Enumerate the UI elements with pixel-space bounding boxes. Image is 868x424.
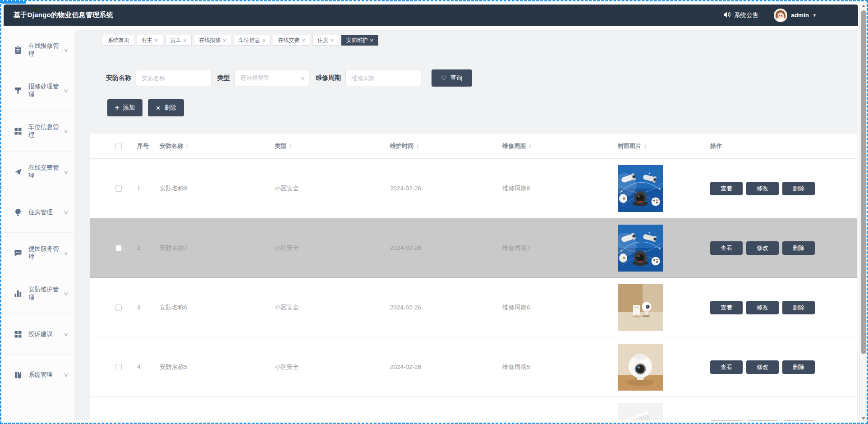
scroll-down-button[interactable] [860, 415, 867, 422]
edit-button[interactable]: 修改 [746, 301, 779, 314]
delete-row-button[interactable]: 删除 [782, 241, 815, 255]
scrollbar-thumb[interactable] [861, 10, 866, 354]
cover-image[interactable] [618, 403, 663, 421]
sort-icon[interactable]: ▲ ▼ [644, 144, 647, 148]
tab[interactable]: 安防维护 × [341, 35, 379, 46]
toolbar: + 添加 ✕ 删除 [107, 99, 858, 116]
sidebar-item[interactable]: 投诉建议 ∨ [4, 314, 74, 355]
sort-icon[interactable]: ▲ ▼ [186, 144, 188, 148]
cell-repair-cycle: 维修周期5 [502, 363, 618, 371]
cover-image[interactable] [618, 344, 663, 391]
add-button[interactable]: + 添加 [107, 99, 142, 116]
sidebar-item[interactable]: 便民服务管理 ∨ [4, 233, 74, 273]
column-header[interactable]: 安防名称 ▲ ▼ [160, 142, 275, 150]
close-icon[interactable]: × [262, 37, 266, 43]
delete-row-button[interactable]: 删除 [782, 301, 815, 314]
sidebar-item[interactable]: 在线交费管理 ∨ [4, 152, 74, 192]
tab-label: 员工 [170, 37, 181, 44]
cycle-input[interactable] [345, 70, 421, 86]
close-icon[interactable]: × [155, 37, 158, 43]
tab[interactable]: 员工 × [165, 35, 192, 46]
tab[interactable]: 业主 × [137, 35, 163, 46]
delete-row-button[interactable]: 删除 [782, 182, 815, 195]
column-header[interactable]: 序号 ▲ ▼ [137, 142, 160, 150]
row-checkbox-cell [90, 304, 137, 311]
book-icon [14, 370, 23, 379]
sidebar-item[interactable]: 系统管理 ∨ [4, 355, 74, 395]
cell-actions: 查看 修改 删除 [710, 301, 857, 314]
row-checkbox[interactable] [115, 364, 122, 370]
cell-cover [618, 403, 710, 421]
delete-row-button[interactable]: 删除 [782, 360, 815, 374]
announcement-button[interactable]: 系统公告 [723, 11, 758, 19]
sidebar-item[interactable]: 安防维护管理 ∨ [4, 273, 74, 314]
close-icon[interactable]: × [331, 37, 334, 43]
sort-icon[interactable]: ▲ ▼ [528, 144, 531, 148]
sidebar-item[interactable]: 报修处理管理 ∨ [4, 70, 74, 111]
cover-image[interactable] [618, 284, 663, 331]
view-button[interactable]: 查看 [710, 360, 743, 374]
close-icon[interactable]: × [370, 37, 374, 43]
tab[interactable]: 车位信息 × [234, 35, 271, 46]
sidebar-item[interactable]: 住房管理 ∨ [4, 192, 74, 233]
edit-button[interactable]: 修改 [746, 360, 779, 374]
tab-label: 业主 [142, 37, 152, 44]
close-icon[interactable]: × [223, 37, 226, 43]
security-name-input[interactable] [136, 70, 211, 86]
search-bar: 安防名称 类型 请选择类型 ∨ 维修周期 ♡ 查询 [106, 69, 858, 87]
view-button[interactable]: 查看 [710, 241, 743, 255]
select-all-checkbox[interactable] [115, 143, 122, 149]
edit-button[interactable]: 修改 [746, 241, 779, 255]
view-button[interactable]: 查看 [710, 182, 743, 195]
brush-icon [14, 86, 23, 95]
chevron-down-icon: ∨ [300, 75, 305, 81]
edit-button[interactable]: 修改 [746, 420, 779, 421]
delete-button[interactable]: ✕ 删除 [148, 99, 184, 116]
chevron-down-icon: ∨ [63, 88, 69, 94]
app-window: 基于Django的物业信息管理系统 系统公告 admin ▼ 在线报修管理 ∨ [0, 0, 868, 424]
cover-image[interactable] [618, 165, 663, 212]
sidebar-item[interactable]: 在线报修管理 ∨ [4, 30, 74, 70]
cover-image[interactable] [618, 225, 663, 272]
sort-icon[interactable]: ▲ ▼ [416, 144, 419, 148]
edit-button[interactable]: 修改 [746, 182, 779, 195]
type-select[interactable]: 请选择类型 ∨ [234, 70, 309, 86]
column-header[interactable]: 维护时间 ▲ ▼ [390, 142, 502, 150]
row-checkbox[interactable] [115, 304, 122, 311]
sidebar-item-label: 车位信息管理 [28, 123, 64, 139]
tab[interactable]: 系统首页 × [103, 35, 134, 46]
sidebar-item-label: 住房管理 [28, 208, 64, 217]
delete-row-button[interactable]: 删除 [782, 420, 815, 421]
query-button[interactable]: ♡ 查询 [432, 69, 472, 87]
table-row: 5 安防名称4 小区安全 2024-02-26 维修周期4 查看 修改 删除 [90, 397, 857, 420]
close-icon[interactable]: × [302, 37, 305, 43]
tab[interactable]: 在线交费 × [273, 35, 310, 46]
cell-type: 小区安全 [275, 184, 390, 193]
table-row: 3 安防名称6 小区安全 2024-02-26 维修周期6 查看 修改 删除 [90, 278, 857, 337]
row-checkbox[interactable] [115, 245, 122, 251]
tab[interactable]: 在线报修 × [194, 35, 231, 46]
view-button[interactable]: 查看 [710, 420, 743, 421]
row-checkbox-cell [90, 245, 137, 251]
cell-maintenance-time: 2024-02-26 [390, 304, 502, 311]
grid-icon [14, 127, 23, 136]
tab-label: 在线报修 [199, 37, 220, 44]
row-checkbox[interactable] [115, 185, 122, 192]
scroll-up-button[interactable] [860, 2, 867, 9]
column-header[interactable]: 类型 ▲ ▼ [275, 142, 390, 150]
type-select-placeholder: 请选择类型 [240, 74, 301, 82]
sidebar-item[interactable]: 车位信息管理 ∨ [4, 111, 74, 152]
paper-plane-icon [14, 167, 23, 176]
column-header[interactable]: 封面图片 ▲ ▼ [618, 142, 710, 150]
tab-bar: 系统首页 × 业主 × 员工 × 在线报修 × 车位信息 × 在线交费 × 住房… [103, 35, 858, 46]
tab[interactable]: 住房 × [312, 35, 339, 46]
sidebar-item-label: 在线报修管理 [28, 42, 64, 58]
scrollbar[interactable] [859, 1, 867, 423]
close-icon[interactable]: × [184, 37, 187, 43]
column-header[interactable]: 操作 ▲ ▼ [710, 142, 857, 150]
view-button[interactable]: 查看 [710, 301, 743, 314]
sort-icon[interactable]: ▲ ▼ [289, 144, 292, 148]
chevron-down-icon: ∨ [63, 209, 69, 216]
user-menu[interactable]: admin ▼ [774, 9, 817, 22]
column-header[interactable]: 维修周期 ▲ ▼ [502, 142, 618, 150]
